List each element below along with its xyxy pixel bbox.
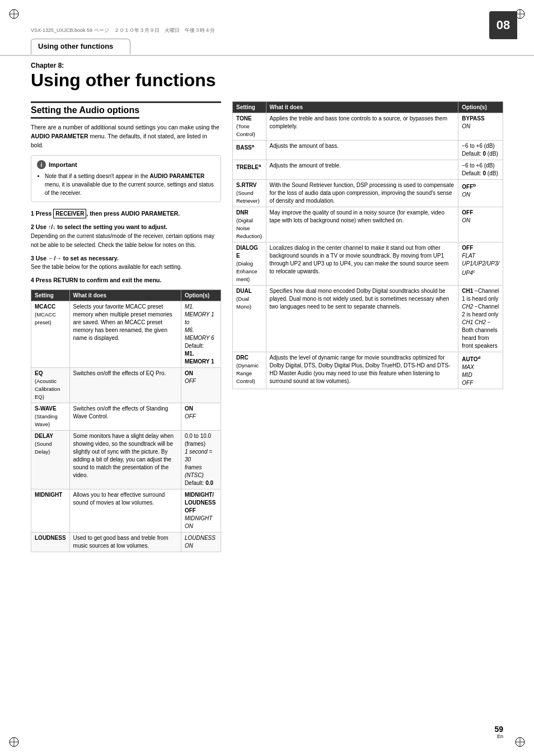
what-cell: Some monitors have a slight delay when s… bbox=[69, 430, 181, 489]
what-cell: Allows you to hear effective surround so… bbox=[69, 489, 181, 532]
option-cell: M1. MEMORY 1toM6. MEMORY 6Default:M1. ME… bbox=[181, 301, 221, 367]
important-title: i Important bbox=[37, 160, 215, 169]
what-cell: Switches on/off the effects of EQ Pro. bbox=[69, 367, 181, 403]
what-cell: May improve the quality of sound in a no… bbox=[266, 207, 458, 242]
left-param-table: Setting What it does Option(s) MCACC(MCA… bbox=[31, 290, 221, 552]
option-cell: ONOFF bbox=[181, 403, 221, 430]
setting-cell: DUAL(DualMono) bbox=[233, 286, 266, 352]
table-row: TREBLEa Adjusts the amount of treble. −6… bbox=[233, 160, 503, 180]
option-cell: CH1 −Channel1 is heard onlyCH2 −Channel2… bbox=[458, 286, 503, 352]
what-cell: With the Sound Retriever function, DSP p… bbox=[266, 180, 458, 207]
what-cell: Switches on/off the effects of Standing … bbox=[69, 403, 181, 430]
what-cell: Adjusts the level of dynamic range for m… bbox=[266, 352, 458, 389]
main-content: Chapter 8: Using other functions Setting… bbox=[31, 62, 503, 552]
what-cell: Localizes dialog in the center channel t… bbox=[266, 242, 458, 286]
corner-mark-bl bbox=[8, 736, 20, 748]
header-tab: Using other functions bbox=[31, 39, 130, 55]
option-cell: LOUDNESSON bbox=[181, 532, 221, 552]
col-header-setting: Setting bbox=[31, 290, 70, 301]
important-icon: i bbox=[37, 160, 46, 169]
right-column: Setting What it does Option(s) TONE(Tone… bbox=[232, 101, 503, 552]
col-header-options: Option(s) bbox=[181, 290, 221, 301]
what-cell: Used to get good bass and treble from mu… bbox=[69, 532, 181, 552]
col-header-what: What it does bbox=[69, 290, 181, 301]
table-row: MCACC(MCACCpreset) Selects your favorite… bbox=[31, 301, 221, 367]
right-param-table: Setting What it does Option(s) TONE(Tone… bbox=[232, 101, 503, 389]
important-box: i Important Note that if a setting doesn… bbox=[31, 155, 221, 202]
setting-cell: S.RTRV(SoundRetriever) bbox=[233, 180, 266, 207]
setting-cell: BASSa bbox=[233, 141, 266, 160]
option-cell: ONOFF bbox=[181, 367, 221, 403]
page-number-area: 59 En bbox=[494, 725, 503, 739]
header-bar: VSX-1325_UXJCB.book 59 ページ ２０１０年３月９日 火曜日… bbox=[0, 0, 534, 56]
page-number: 59 bbox=[494, 725, 503, 734]
option-cell: −6 to +6 (dB)Default: 0 (dB) bbox=[458, 160, 503, 180]
table-row: S-WAVE(StandingWave) Switches on/off the… bbox=[31, 403, 221, 430]
what-cell: Specifies how dual mono encoded Dolby Di… bbox=[266, 286, 458, 352]
what-cell: Applies the treble and bass tone control… bbox=[266, 113, 458, 141]
option-cell: AUTOdMAXMIDOFF bbox=[458, 352, 503, 389]
what-cell: Adjusts the amount of bass. bbox=[266, 141, 458, 160]
chapter-label: Chapter 8: bbox=[31, 62, 503, 69]
setting-cell: DRC(DynamicRangeControl) bbox=[233, 352, 266, 389]
section-title: Setting the Audio options bbox=[31, 105, 139, 119]
page-lang: En bbox=[494, 734, 503, 739]
table-row: DIALOG E(DialogEnhancement) Localizes di… bbox=[233, 242, 503, 286]
setting-cell: DELAY(SoundDelay) bbox=[31, 430, 70, 489]
table-row: EQ(AcousticCalibrationEQ) Switches on/of… bbox=[31, 367, 221, 403]
step-1: 1 Press RECEIVER, then press AUDIO PARAM… bbox=[31, 209, 221, 218]
setting-cell: MCACC(MCACCpreset) bbox=[31, 301, 70, 367]
step-3: 3 Use ←/→ to set as necessary. See the t… bbox=[31, 254, 221, 272]
setting-cell: S-WAVE(StandingWave) bbox=[31, 403, 70, 430]
setting-cell: MIDNIGHT bbox=[31, 489, 70, 532]
option-cell: −6 to +6 (dB)Default: 0 (dB) bbox=[458, 141, 503, 160]
setting-cell: LOUDNESS bbox=[31, 532, 70, 552]
table-row: LOUDNESS Used to get good bass and trebl… bbox=[31, 532, 221, 552]
option-cell: OFFON bbox=[458, 207, 503, 242]
table-row: MIDNIGHT Allows you to hear effective su… bbox=[31, 489, 221, 532]
chapter-number-badge: 08 bbox=[489, 11, 517, 39]
table-row: TONE(ToneControl) Applies the treble and… bbox=[233, 113, 503, 141]
setting-cell: TONE(ToneControl) bbox=[233, 113, 266, 141]
col-header-options-r: Option(s) bbox=[458, 102, 503, 113]
what-cell: Adjusts the amount of treble. bbox=[266, 160, 458, 180]
important-text: Note that if a setting doesn't appear in… bbox=[45, 172, 215, 197]
option-cell: OFFbON bbox=[458, 180, 503, 207]
section-divider bbox=[31, 101, 221, 103]
col-header-setting-r: Setting bbox=[233, 102, 266, 113]
what-cell: Selects your favorite MCACC preset memor… bbox=[69, 301, 181, 367]
corner-mark-br bbox=[514, 736, 526, 748]
intro-text: There are a number of additional sound s… bbox=[31, 123, 221, 150]
option-cell: MIDNIGHT/LOUDNESSOFFMIDNIGHT ON bbox=[181, 489, 221, 532]
table-row: DNR(DigitalNoiseReduction) May improve t… bbox=[233, 207, 503, 242]
setting-cell: EQ(AcousticCalibrationEQ) bbox=[31, 367, 70, 403]
setting-cell: DNR(DigitalNoiseReduction) bbox=[233, 207, 266, 242]
option-cell: 0.0 to 10.0(frames)1 second = 30frames (… bbox=[181, 430, 221, 489]
table-row: S.RTRV(SoundRetriever) With the Sound Re… bbox=[233, 180, 503, 207]
step-4: 4 Press RETURN to confirm and exit the m… bbox=[31, 276, 221, 285]
table-row: DRC(DynamicRangeControl) Adjusts the lev… bbox=[233, 352, 503, 389]
step-2: 2 Use ↑/↓ to select the setting you want… bbox=[31, 223, 221, 249]
two-column-layout: Setting the Audio options There are a nu… bbox=[31, 101, 503, 552]
col-header-what-r: What it does bbox=[266, 102, 458, 113]
table-row: DELAY(SoundDelay) Some monitors have a s… bbox=[31, 430, 221, 489]
chapter-title: Using other functions bbox=[31, 71, 503, 90]
setting-cell: TREBLEa bbox=[233, 160, 266, 180]
filepath: VSX-1325_UXJCB.book 59 ページ ２０１０年３月９日 火曜日… bbox=[31, 27, 215, 34]
option-cell: OFFFLATUP1/UP2/UP3/UP4c bbox=[458, 242, 503, 286]
setting-cell: DIALOG E(DialogEnhancement) bbox=[233, 242, 266, 286]
table-row: DUAL(DualMono) Specifies how dual mono e… bbox=[233, 286, 503, 352]
table-row: BASSa Adjusts the amount of bass. −6 to … bbox=[233, 141, 503, 160]
left-column: Setting the Audio options There are a nu… bbox=[31, 101, 221, 552]
option-cell: BYPASSON bbox=[458, 113, 503, 141]
